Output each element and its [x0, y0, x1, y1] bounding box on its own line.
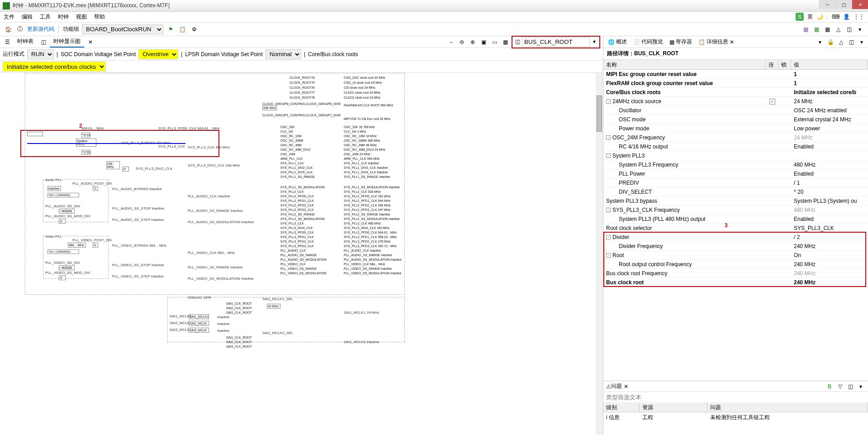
link-icon[interactable]: △ [836, 38, 845, 47]
clock-search-input[interactable] [522, 37, 590, 47]
expander-icon[interactable]: - [606, 208, 611, 212]
moon-icon[interactable]: 🌙 [816, 14, 823, 20]
tool-icon-1[interactable]: △ [834, 25, 843, 34]
prop-row[interactable]: Bus clock root Frequency240 MHz [603, 269, 868, 278]
expander-icon[interactable]: - [606, 153, 611, 158]
menu-view[interactable]: 视图 [76, 13, 87, 21]
prop-row[interactable]: OSC modeExternal crystal 24 MHz [603, 115, 868, 124]
lpsr-select[interactable]: Nominal [266, 49, 301, 59]
soc-select[interactable]: Overdrive [138, 49, 178, 59]
prop-row[interactable]: OscillatorOSC 24 MHz enabled [603, 106, 868, 115]
prop-row[interactable]: MIPI Esc group counter reset value1 [603, 70, 868, 79]
menu-file[interactable]: 文件 [4, 13, 14, 21]
prop-row[interactable]: Divider Frequency240 MHz [603, 242, 868, 251]
prop-row[interactable]: Core/Bus clock rootsInitialize selected … [603, 88, 868, 97]
col-resource[interactable]: 资源 [640, 402, 707, 412]
prop-row[interactable]: -SYS_PLL3_CLK Frequency480 MHz [603, 206, 868, 215]
prop-value[interactable]: 240 MHz [791, 243, 868, 249]
close-problems-icon[interactable]: ✕ [624, 383, 628, 390]
tool-icon-2[interactable]: ◫ [844, 25, 854, 34]
settings-icon[interactable]: ⚙ [190, 25, 199, 34]
zoom-out-icon[interactable]: ⊖ [457, 38, 466, 47]
prop-value[interactable]: SYS_PLL3_CLK [791, 225, 868, 231]
home-icon[interactable]: 🏠 [4, 25, 13, 34]
prop-value[interactable]: Enabled [791, 171, 868, 177]
prop-row[interactable]: PREDIV/ 1 [603, 178, 868, 187]
prop-value[interactable]: Initialize selected core/b [791, 89, 868, 96]
prop-value[interactable]: 1 [791, 71, 868, 77]
chip-icon[interactable]: ▦ [801, 25, 810, 34]
panel-dd-icon[interactable]: ▾ [857, 38, 866, 47]
prop-row[interactable]: Power modeLow power [603, 124, 868, 133]
scrollbar-thumb[interactable] [597, 96, 602, 132]
lock-icon[interactable]: 🔒 [826, 38, 835, 47]
prop-value[interactable]: 480 MHz [791, 162, 868, 168]
prop-row[interactable]: -RootOn [603, 251, 868, 260]
prop-row[interactable]: FlexRAM clock group counter reset value1 [603, 79, 868, 88]
prop-value[interactable]: 24 MHz [791, 98, 868, 105]
expander-icon[interactable]: - [606, 99, 611, 104]
expander-icon[interactable]: - [606, 235, 611, 239]
info-icon[interactable]: ⓘ [15, 25, 24, 34]
col-conn[interactable]: 连 [766, 60, 778, 69]
clock-icon[interactable]: ▦ [812, 25, 821, 34]
prob-b-icon[interactable]: B [825, 382, 834, 391]
minimize-button[interactable]: ─ [819, 0, 835, 9]
init-select[interactable]: Initialize selected core/bus clocks [3, 62, 106, 72]
fit-width-icon[interactable]: ▭ [490, 38, 499, 47]
diagram-scrollbar-v[interactable] [596, 73, 603, 435]
fn-group-select[interactable]: BOARD_BootClockRUN [82, 24, 163, 34]
col-level[interactable]: 级别 [603, 402, 640, 412]
tab-clock-diagram[interactable]: 时钟显示图 [50, 36, 84, 48]
col-lock[interactable]: 锁 [778, 60, 791, 69]
prop-row[interactable]: -24MHz clock source✓24 MHz [603, 97, 868, 106]
prop-row[interactable]: DIV_SELECT* 20 [603, 187, 868, 196]
prop-row[interactable]: -System PLL3 [603, 151, 868, 160]
problem-row[interactable]: i 信息 工程 未检测到任何工具链工程 [603, 412, 868, 423]
search-mode-icon[interactable]: ◫ [513, 37, 522, 46]
col-name[interactable]: 名称 [603, 60, 766, 69]
menu-edit[interactable]: 编辑 [22, 13, 33, 21]
prop-value[interactable]: Low power [791, 125, 868, 132]
maximize-button[interactable]: ▢ [835, 0, 852, 9]
tab-clock-table[interactable]: 时钟表 [14, 36, 37, 48]
expander-icon[interactable]: - [606, 135, 611, 140]
expander-icon[interactable]: - [606, 253, 611, 258]
prop-value[interactable]: 240 MHz [791, 270, 868, 277]
prop-value[interactable]: Enabled [791, 143, 868, 150]
prop-value[interactable]: External crystal 24 MHz [791, 116, 868, 123]
prop-value[interactable]: 240 MHz [791, 261, 868, 268]
prop-value[interactable]: 240 MHz [791, 279, 868, 286]
prop-row[interactable]: System PLL3 Frequency480 MHz [603, 160, 868, 169]
grid-toggle-icon[interactable]: ▦ [501, 38, 510, 47]
prop-value[interactable]: OSC 24 MHz enabled [791, 107, 868, 114]
menu-clock[interactable]: 时钟 [58, 13, 69, 21]
prop-row[interactable]: Bus clock root240 MHz [603, 278, 868, 287]
tab-overview[interactable]: 🌐 概述 [605, 37, 630, 47]
grid-icon[interactable]: ⋮⋮ [854, 14, 864, 20]
problems-filter-input[interactable] [603, 392, 868, 402]
prop-value[interactable]: 480 MHz [791, 207, 868, 213]
prop-row[interactable]: RC 4/16 MHz outputEnabled [603, 142, 868, 151]
close-tab-icon[interactable]: ✕ [86, 38, 95, 47]
prop-row[interactable]: -OSC_24M Frequency24 MHz [603, 133, 868, 142]
prop-row[interactable]: PLL PowerEnabled [603, 169, 868, 178]
flag-icon[interactable]: ⚑ [166, 25, 175, 34]
clock-diagram-canvas[interactable]: 2 CLOCK_ROOT74 CLOCK_ROOT75 CLOCK_ROOT76… [0, 73, 603, 435]
prob-dd-icon[interactable]: ▾ [856, 382, 865, 391]
person-icon[interactable]: 👤 [843, 14, 850, 20]
prop-value[interactable]: System PLL3 (System) ou [791, 198, 868, 204]
update-source-label[interactable]: 更新源代码 [27, 25, 54, 33]
prop-value[interactable]: 1 [791, 80, 868, 86]
diagram-icon[interactable]: ◫ [39, 38, 48, 47]
copy-icon[interactable]: 📋 [178, 25, 187, 34]
panel-menu-icon[interactable]: ▾ [816, 38, 825, 47]
search-dropdown-icon[interactable]: ▾ [590, 37, 599, 46]
tab-code-preview[interactable]: 📄 代码预览 [631, 37, 666, 47]
prop-value[interactable]: * 20 [791, 189, 868, 195]
zoom-in-icon[interactable]: ⊕ [468, 38, 477, 47]
fit-icon[interactable]: ▣ [479, 38, 488, 47]
prop-value[interactable]: Enabled [791, 216, 868, 222]
prop-row[interactable]: System PLL3 (PLL 480 MHz) outputEnabled [603, 215, 868, 224]
keyboard-icon[interactable]: ⌨ [832, 14, 840, 20]
